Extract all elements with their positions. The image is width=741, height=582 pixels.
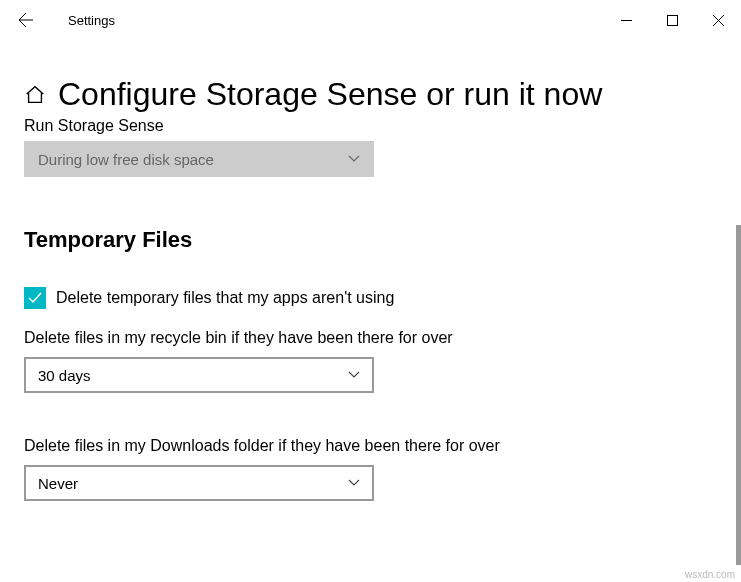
delete-temp-files-checkbox[interactable] [24,287,46,309]
recycle-bin-select[interactable]: 30 days [24,357,374,393]
downloads-select[interactable]: Never [24,465,374,501]
recycle-bin-label: Delete files in my recycle bin if they h… [24,329,717,347]
close-button[interactable] [695,4,741,36]
delete-temp-files-row: Delete temporary files that my apps aren… [24,287,717,309]
title-bar: Settings [0,0,741,40]
back-arrow-icon [18,12,34,28]
checkmark-icon [27,290,43,306]
minimize-button[interactable] [603,4,649,36]
run-storage-sense-label: Run Storage Sense [24,117,717,135]
close-icon [713,15,724,26]
minimize-icon [621,15,632,26]
svg-rect-0 [667,15,677,25]
scrollbar[interactable] [736,225,741,565]
page-title: Configure Storage Sense or run it now [58,76,602,113]
delete-temp-files-label: Delete temporary files that my apps aren… [56,289,394,307]
temporary-files-heading: Temporary Files [24,227,717,253]
chevron-down-icon [348,151,360,168]
maximize-button[interactable] [649,4,695,36]
app-title: Settings [68,13,115,28]
chevron-down-icon [348,367,360,384]
run-storage-sense-value: During low free disk space [38,151,214,168]
window-controls [603,4,741,36]
chevron-down-icon [348,475,360,492]
back-button[interactable] [8,2,44,38]
recycle-bin-value: 30 days [38,367,91,384]
downloads-value: Never [38,475,78,492]
watermark: wsxdn.com [685,569,735,580]
maximize-icon [667,15,678,26]
content-area: Configure Storage Sense or run it now Ru… [0,76,741,501]
home-icon[interactable] [24,84,46,106]
page-header: Configure Storage Sense or run it now [24,76,717,113]
title-left: Settings [8,2,115,38]
run-storage-sense-select[interactable]: During low free disk space [24,141,374,177]
downloads-label: Delete files in my Downloads folder if t… [24,437,717,455]
